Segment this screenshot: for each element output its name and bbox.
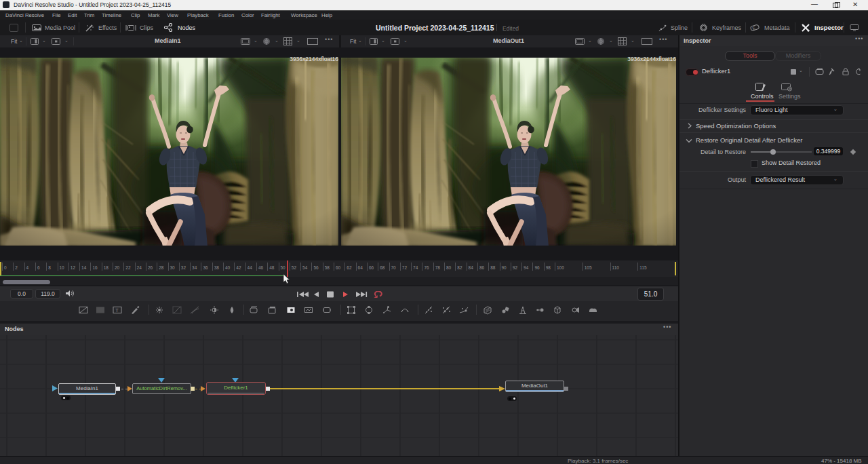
svg-text:E: E <box>752 26 755 31</box>
svg-text:T: T <box>115 307 119 313</box>
